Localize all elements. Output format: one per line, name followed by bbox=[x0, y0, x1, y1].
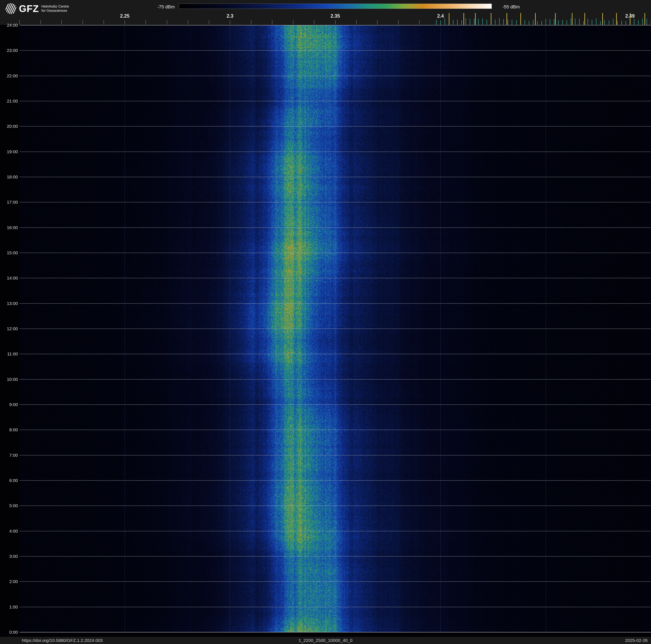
detector-tick-teal bbox=[483, 19, 483, 25]
detector-tick-teal bbox=[600, 21, 600, 25]
spectrogram-page: GFZ Helmholtz Centre for Geosciences -75… bbox=[0, 0, 651, 644]
time-axis-label: 20:00 bbox=[0, 124, 18, 129]
time-axis-label: 7:00 bbox=[0, 453, 18, 458]
detector-tick-yellow bbox=[520, 13, 521, 25]
freq-minor-tick bbox=[167, 20, 167, 24]
time-axis-label: 5:00 bbox=[0, 503, 18, 508]
date-label: 2025-02-26 bbox=[625, 638, 648, 643]
detector-tick-yellow bbox=[584, 13, 585, 25]
freq-minor-tick bbox=[188, 20, 188, 24]
gfz-org-name: Helmholtz Centre for Geosciences bbox=[41, 4, 69, 13]
detector-tick-teal bbox=[529, 21, 529, 25]
detector-tick-teal bbox=[541, 21, 542, 25]
freq-minor-tick bbox=[314, 20, 314, 24]
time-axis-label: 9:00 bbox=[0, 402, 18, 407]
detector-tick-yellow bbox=[645, 13, 645, 25]
detector-tick-teal bbox=[453, 20, 454, 25]
gfz-org-line1: Helmholtz Centre bbox=[41, 4, 69, 9]
freq-minor-tick bbox=[335, 20, 336, 24]
time-axis-label: 22:00 bbox=[0, 74, 18, 79]
detector-tick-teal bbox=[461, 20, 462, 25]
detector-tick-teal bbox=[550, 19, 550, 25]
detector-tick-teal bbox=[525, 20, 525, 25]
time-axis-label: 19:00 bbox=[0, 149, 18, 154]
freq-minor-tick bbox=[19, 20, 20, 24]
detector-tick-teal bbox=[478, 19, 478, 25]
freq-minor-tick bbox=[272, 20, 272, 24]
detector-tick-teal bbox=[621, 21, 622, 25]
time-axis-label: 3:00 bbox=[0, 554, 18, 559]
gfz-org-line2: for Geosciences bbox=[41, 9, 69, 13]
detector-tick-teal bbox=[436, 20, 437, 25]
time-axis-label: 24:00 bbox=[0, 23, 18, 28]
detector-tick-teal bbox=[537, 21, 537, 25]
header-bar: GFZ Helmholtz Centre for Geosciences -75… bbox=[0, 0, 651, 25]
detector-tick-teal bbox=[583, 21, 584, 25]
time-axis-label: 1:00 bbox=[0, 605, 18, 610]
freq-minor-tick bbox=[103, 20, 104, 24]
time-axis-label: 23:00 bbox=[0, 48, 18, 53]
freq-minor-tick bbox=[377, 20, 378, 24]
detector-tick-yellow bbox=[555, 13, 556, 25]
time-axis-label: 14:00 bbox=[0, 275, 18, 281]
freq-minor-tick bbox=[251, 20, 251, 24]
freq-minor-tick bbox=[146, 20, 146, 24]
freq-minor-tick bbox=[230, 20, 230, 24]
time-axis-label: 16:00 bbox=[0, 225, 18, 230]
freq-tick-label: 2.3 bbox=[226, 13, 233, 19]
time-axis-label: 15:00 bbox=[0, 250, 18, 255]
detector-tick-yellow bbox=[449, 13, 450, 25]
doi-link[interactable]: https://doi.org/10.5880/GFZ.1.2.2024.003 bbox=[22, 638, 103, 643]
color-scale-max-label: -55 dBm bbox=[502, 4, 520, 10]
freq-gridline bbox=[335, 25, 336, 632]
freq-tick-label: 2.25 bbox=[120, 13, 130, 19]
freq-gridline bbox=[440, 25, 441, 632]
freq-gridline bbox=[546, 25, 546, 632]
color-scale-min-label: -75 dBm bbox=[147, 4, 175, 10]
detector-tick-teal bbox=[609, 21, 609, 25]
time-axis-label: 17:00 bbox=[0, 200, 18, 205]
detector-tick-teal bbox=[613, 19, 613, 25]
detector-tick-teal bbox=[533, 20, 533, 25]
detector-tick-teal bbox=[554, 19, 554, 25]
detector-tick-teal bbox=[495, 20, 495, 25]
detector-tick-teal bbox=[588, 19, 588, 25]
detector-tick-teal bbox=[604, 20, 605, 25]
detector-tick-teal bbox=[487, 20, 487, 25]
detector-tick-yellow bbox=[491, 13, 491, 25]
color-scale-bar bbox=[179, 4, 492, 9]
gfz-logo-text: GFZ bbox=[19, 3, 39, 14]
time-axis-label: 6:00 bbox=[0, 478, 18, 483]
time-axis-label: 10:00 bbox=[0, 377, 18, 382]
detector-tick-teal bbox=[516, 20, 517, 25]
detector-tick-teal bbox=[503, 19, 504, 25]
time-axis-label: 4:00 bbox=[0, 529, 18, 534]
freq-gridline bbox=[125, 25, 125, 632]
time-axis-label: 2:00 bbox=[0, 579, 18, 584]
detector-tick-teal bbox=[626, 21, 626, 25]
detector-tick-teal bbox=[499, 18, 500, 25]
freq-minor-tick bbox=[398, 20, 399, 24]
time-axis-label: 18:00 bbox=[0, 174, 18, 179]
detector-tick-yellow bbox=[535, 13, 536, 25]
freq-tick-label: 2.35 bbox=[331, 13, 340, 19]
detector-tick-yellow bbox=[463, 13, 464, 25]
detector-tick-teal bbox=[647, 19, 647, 25]
dataset-id-label: 1_2200_2500_10000_40_0 bbox=[299, 638, 352, 643]
time-axis-label: 0:00 bbox=[0, 630, 18, 635]
detector-tick-teal bbox=[566, 21, 567, 25]
freq-minor-tick bbox=[209, 20, 209, 24]
detector-tick-teal bbox=[634, 19, 634, 25]
detector-tick-teal bbox=[596, 19, 596, 25]
detector-tick-teal bbox=[571, 18, 571, 25]
time-axis-label: 13:00 bbox=[0, 301, 18, 306]
detector-tick-yellow bbox=[630, 13, 630, 25]
detector-tick-yellow bbox=[506, 13, 507, 25]
detector-tick-teal bbox=[512, 20, 512, 25]
detector-tick-yellow bbox=[572, 13, 572, 25]
detector-tick-teal bbox=[507, 20, 508, 25]
time-axis-label: 8:00 bbox=[0, 427, 18, 432]
detector-tick-teal bbox=[579, 19, 580, 25]
detector-tick-teal bbox=[457, 20, 458, 25]
detector-tick-teal bbox=[642, 19, 643, 25]
